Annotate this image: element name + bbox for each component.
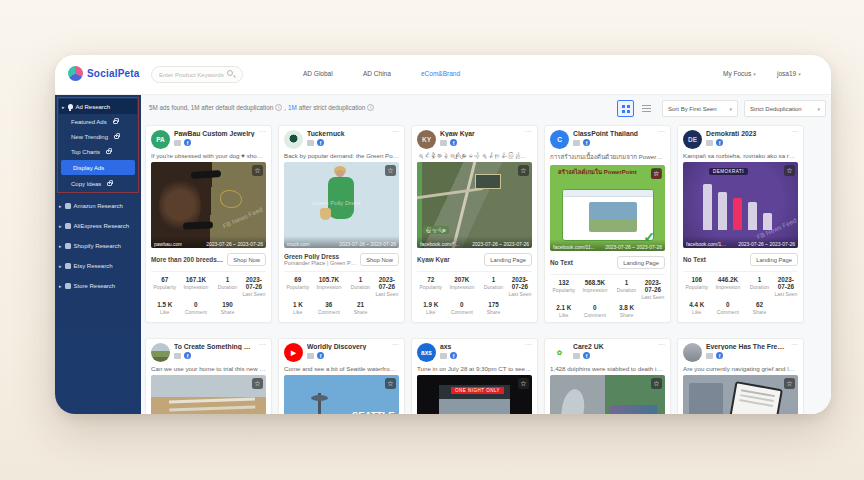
favorite-star-icon[interactable]: ☆ [784, 165, 795, 176]
ad-card[interactable]: C ClassPoint Thailand f ··· การสร้างเกมเ… [544, 125, 671, 323]
more-menu-icon[interactable]: ··· [259, 130, 266, 134]
info-icon[interactable]: i [275, 104, 282, 111]
advertiser-name[interactable]: Kyaw Kyar [440, 130, 521, 137]
advertiser-avatar[interactable]: KY [417, 130, 436, 149]
more-menu-icon[interactable]: ··· [259, 343, 266, 347]
butterfly-avatar[interactable]: ✿ [550, 343, 569, 362]
stat-value: 105.7K [312, 276, 347, 283]
info-icon[interactable]: i [367, 104, 374, 111]
favorite-star-icon[interactable]: ☆ [651, 168, 662, 179]
advertiser-name[interactable]: PawBau Custom Jewelry [174, 130, 255, 137]
more-menu-icon[interactable]: ··· [392, 343, 399, 347]
sort-by-select[interactable]: Sort By First Seen ▾ [662, 100, 738, 117]
ad-creative-image[interactable]: ☆ สร้างสไลด์เกมใน PowerPoint P ✓ faceboo… [550, 165, 665, 251]
cta-button[interactable]: Landing Page [750, 253, 798, 266]
ad-card[interactable]: PA PawBau Custom Jewelry f ··· If you're… [145, 125, 272, 323]
sidebar-item-shopify-research[interactable]: ▸ Shopify Research [55, 238, 141, 254]
ad-creative-image[interactable]: ☆ [151, 375, 266, 414]
favorite-star-icon[interactable]: ☆ [252, 165, 263, 176]
ad-creative-image[interactable]: ☆ မြေကွက်များ facebook.com/*... 2023-07-… [417, 162, 532, 248]
cta-button[interactable]: Landing Page [484, 253, 532, 266]
search-icon[interactable] [227, 70, 233, 76]
favorite-star-icon[interactable]: ☆ [385, 378, 396, 389]
deduplication-select[interactable]: Strict Deduplication ▾ [744, 100, 826, 117]
ad-card[interactable]: To Create Something Exceptio... f ··· Ca… [145, 338, 272, 414]
sidebar-item-featured-ads[interactable]: Featured Ads [59, 114, 137, 129]
favorite-star-icon[interactable]: ☆ [252, 378, 263, 389]
ad-title: No Text [683, 256, 747, 263]
arrow-icon: ▸ [59, 243, 62, 249]
ad-creative-image[interactable]: ☆ DEMOKRATI FB News Feed facebook.com/10… [683, 162, 798, 248]
ad-card[interactable]: DE Demokrati 2023 f ··· Kampaň sa rozbie… [677, 125, 804, 323]
advertiser-name[interactable]: Demokrati 2023 [706, 130, 787, 137]
sidebar-item-store-research[interactable]: ▸ Store Research [55, 278, 141, 294]
ad-description: Back by popular demand: the Green Polly … [284, 152, 399, 159]
sidebar-item-amazon-research[interactable]: ▸ Amazon Research [55, 198, 141, 214]
more-menu-icon[interactable]: ··· [791, 343, 798, 347]
favorite-star-icon[interactable]: ☆ [518, 165, 529, 176]
ad-card[interactable]: KY Kyaw Kyar f ··· ရင်းနှီးတာနဲ့အကျိုးမျ… [411, 125, 538, 323]
advertiser-avatar[interactable] [284, 130, 303, 149]
youtube-avatar[interactable]: ▶ [284, 343, 303, 362]
my-focus-menu[interactable]: My Focus ▾ [723, 70, 756, 77]
list-view-button[interactable] [638, 100, 655, 117]
advertiser-avatar[interactable] [683, 343, 702, 362]
advertiser-name[interactable]: Worldly Discovery [307, 343, 388, 350]
ad-domain: pawbau.com [154, 241, 182, 247]
ad-creative-image[interactable]: ☆ ONE NIGHT ONLY [417, 375, 532, 414]
ad-creative-image[interactable]: ☆ Green Polly Dress tnuck.com 2023-07-26… [284, 162, 399, 248]
cta-button[interactable]: Shop Now [360, 253, 399, 266]
advertiser-name[interactable]: ClassPoint Thailand [573, 130, 654, 137]
advertiser-avatar[interactable]: DE [683, 130, 702, 149]
sidebar-item-copy-ideas[interactable]: Copy Ideas [59, 176, 137, 191]
stat-value: 106 [683, 276, 711, 283]
favorite-star-icon[interactable]: ☆ [651, 378, 662, 389]
ad-creative-image[interactable]: ☆ SEATTLE WASHINGTON [284, 375, 399, 414]
ad-creative-image[interactable]: ☆ [683, 375, 798, 414]
tab-ad-global[interactable]: AD Global [303, 70, 333, 77]
sidebar-item-etsy-research[interactable]: ▸ Etsy Research [55, 258, 141, 274]
advertiser-avatar[interactable]: axs [417, 343, 436, 362]
sidebar-item-top-charts[interactable]: Top Charts [59, 144, 137, 159]
sidebar-item-ad-research[interactable]: ▸ Ad Research [59, 99, 137, 114]
ad-card[interactable]: ✿ Care2 UK f ··· 1,428 dolphins were sta… [544, 338, 671, 414]
ad-creative-image[interactable]: ☆ FB News Feed pawbau.com 2023-07-26 ~ 2… [151, 162, 266, 248]
ad-card[interactable]: axs axs f ··· Tune in on July 28 at 9:30… [411, 338, 538, 414]
more-menu-icon[interactable]: ··· [658, 130, 665, 134]
advertiser-name[interactable]: axs [440, 343, 521, 350]
ad-card[interactable]: ▶ Worldly Discovery f ··· Come and see a… [278, 338, 405, 414]
ad-card[interactable]: Everyone Has The Freedom To... f ··· Are… [677, 338, 804, 414]
ad-creative-image[interactable]: ☆ [550, 375, 665, 414]
sidebar-item-new-trending[interactable]: New Trending [59, 129, 137, 144]
aliexpress-icon [65, 223, 71, 229]
advertiser-name[interactable]: To Create Something Exceptio... [174, 343, 255, 350]
stat-value: 1 [346, 276, 375, 283]
favorite-star-icon[interactable]: ☆ [385, 165, 396, 176]
advertiser-name[interactable]: Everyone Has The Freedom To... [706, 343, 787, 350]
sidebar-item-aliexpress-research[interactable]: ▸ AliExpress Research [55, 218, 141, 234]
advertiser-avatar[interactable] [151, 343, 170, 362]
more-menu-icon[interactable]: ··· [525, 343, 532, 347]
tab-ecom-brand[interactable]: eCom&Brand [421, 70, 460, 77]
favorite-star-icon[interactable]: ☆ [518, 378, 529, 389]
advertiser-avatar[interactable]: PA [151, 130, 170, 149]
more-menu-icon[interactable]: ··· [525, 130, 532, 134]
more-menu-icon[interactable]: ··· [392, 130, 399, 134]
advertiser-name[interactable]: Tuckernuck [307, 130, 388, 137]
grid-view-button[interactable] [617, 100, 634, 117]
favorite-star-icon[interactable]: ☆ [784, 378, 795, 389]
advertiser-avatar[interactable]: C [550, 130, 569, 149]
logo[interactable]: SocialPeta [68, 66, 140, 81]
tab-ad-china[interactable]: AD China [363, 70, 391, 77]
user-menu[interactable]: josa19 ▾ [777, 70, 801, 77]
advertiser-name[interactable]: Care2 UK [573, 343, 654, 350]
more-menu-icon[interactable]: ··· [791, 130, 798, 134]
more-menu-icon[interactable]: ··· [658, 343, 665, 347]
ad-card[interactable]: Tuckernuck f ··· Back by popular demand:… [278, 125, 405, 323]
cta-button[interactable]: Landing Page [617, 256, 665, 269]
bulb-icon [68, 104, 73, 109]
cta-button[interactable]: Shop Now [227, 253, 266, 266]
ad-research-group: ▸ Ad Research Featured Ads New Trending … [57, 97, 139, 193]
ad-domain: facebook.com/10... [686, 241, 728, 247]
sidebar-item-display-ads[interactable]: Display Ads [61, 160, 135, 175]
